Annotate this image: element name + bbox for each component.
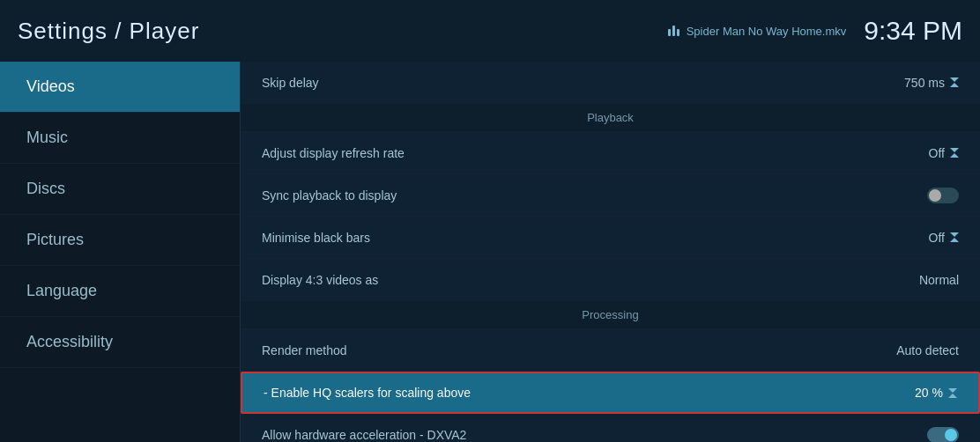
setting-row-render-method[interactable]: Render method Auto detect	[241, 329, 980, 372]
section-header-playback: Playback	[241, 104, 980, 132]
setting-label-minimise-black-bars: Minimise black bars	[262, 231, 370, 245]
hq-scalers-chevrons	[948, 388, 957, 398]
chevron-down-icon	[950, 77, 959, 82]
section-header-label: Playback	[587, 111, 634, 124]
sidebar-item-accessibility[interactable]: Accessibility	[0, 317, 240, 368]
chevron-down-icon	[950, 232, 959, 237]
chevron-up-icon	[950, 238, 959, 242]
chevron-up-icon	[950, 83, 959, 87]
sidebar-item-music[interactable]: Music	[0, 113, 240, 164]
sidebar-item-label: Videos	[26, 77, 75, 95]
setting-row-enable-hq-scalers[interactable]: - Enable HQ scalers for scaling above 20…	[241, 372, 980, 414]
sidebar: Videos Music Discs Pictures Language Acc…	[0, 62, 241, 442]
setting-value-adjust-display: Off	[929, 146, 959, 160]
setting-label-allow-hardware-acceleration: Allow hardware acceleration - DXVA2	[262, 428, 466, 442]
setting-label-sync-playback: Sync playback to display	[262, 188, 397, 203]
sidebar-item-pictures[interactable]: Pictures	[0, 215, 240, 266]
sidebar-item-videos[interactable]: Videos	[0, 62, 240, 113]
setting-value-allow-hardware-acceleration	[927, 427, 959, 443]
setting-label-render-method: Render method	[262, 343, 347, 357]
sidebar-item-discs[interactable]: Discs	[0, 164, 240, 215]
setting-row-adjust-display-refresh-rate[interactable]: Adjust display refresh rate Off	[241, 132, 980, 174]
chevron-down-icon	[948, 388, 957, 393]
setting-value-minimise-black-bars: Off	[929, 231, 959, 245]
minimise-black-bars-chevrons	[950, 232, 959, 242]
setting-label-display-4-3: Display 4:3 videos as	[262, 273, 378, 287]
section-header-processing: Processing	[241, 301, 980, 329]
adjust-display-chevrons	[950, 148, 959, 158]
setting-value-render-method: Auto detect	[896, 343, 959, 357]
sidebar-item-label: Discs	[26, 180, 65, 197]
music-bars-icon	[668, 26, 679, 36]
skip-delay-chevrons	[950, 77, 959, 87]
setting-row-display-4-3[interactable]: Display 4:3 videos as Normal	[241, 259, 980, 301]
minimise-black-bars-value: Off	[929, 231, 945, 245]
setting-value-sync-playback	[927, 188, 959, 203]
sidebar-item-label: Pictures	[26, 231, 84, 248]
skip-delay-value: 750 ms	[904, 76, 945, 90]
setting-label-adjust-display: Adjust display refresh rate	[262, 146, 405, 160]
section-header-label: Processing	[582, 308, 638, 321]
clock: 9:34 PM	[864, 16, 962, 46]
adjust-display-value: Off	[929, 146, 945, 160]
settings-content: Skip delay 750 ms Playback Adjust displa…	[241, 62, 980, 442]
sidebar-item-label: Language	[26, 282, 97, 299]
display-4-3-value: Normal	[919, 273, 959, 287]
toggle-sync-playback[interactable]	[927, 188, 959, 203]
chevron-up-icon	[948, 394, 957, 398]
sidebar-item-language[interactable]: Language	[0, 266, 240, 317]
enable-hq-scalers-value: 20 %	[915, 386, 943, 400]
setting-row-sync-playback[interactable]: Sync playback to display	[241, 174, 980, 217]
toggle-hardware-acceleration[interactable]	[927, 427, 959, 443]
setting-value-display-4-3: Normal	[919, 273, 959, 287]
setting-value-skip-delay: 750 ms	[904, 76, 959, 90]
toggle-thumb	[945, 429, 957, 441]
toggle-thumb	[929, 189, 941, 202]
setting-row-minimise-black-bars[interactable]: Minimise black bars Off	[241, 217, 980, 259]
render-method-value: Auto detect	[896, 343, 959, 357]
main-layout: Videos Music Discs Pictures Language Acc…	[0, 62, 980, 442]
setting-row-skip-delay[interactable]: Skip delay 750 ms	[241, 62, 980, 104]
sidebar-item-label: Accessibility	[26, 333, 113, 350]
setting-row-allow-hardware-acceleration[interactable]: Allow hardware acceleration - DXVA2	[241, 414, 980, 442]
header: Settings / Player Spider Man No Way Home…	[0, 0, 980, 62]
setting-label-enable-hq-scalers: - Enable HQ scalers for scaling above	[264, 386, 471, 400]
sidebar-item-label: Music	[26, 129, 68, 146]
now-playing-title: Spider Man No Way Home.mkv	[687, 25, 847, 38]
setting-label-skip-delay: Skip delay	[262, 76, 319, 90]
page-title: Settings / Player	[18, 18, 199, 45]
chevron-up-icon	[950, 153, 959, 158]
setting-value-enable-hq-scalers: 20 %	[915, 386, 957, 400]
header-right: Spider Man No Way Home.mkv 9:34 PM	[668, 16, 962, 46]
chevron-down-icon	[950, 148, 959, 152]
now-playing: Spider Man No Way Home.mkv	[668, 25, 847, 38]
